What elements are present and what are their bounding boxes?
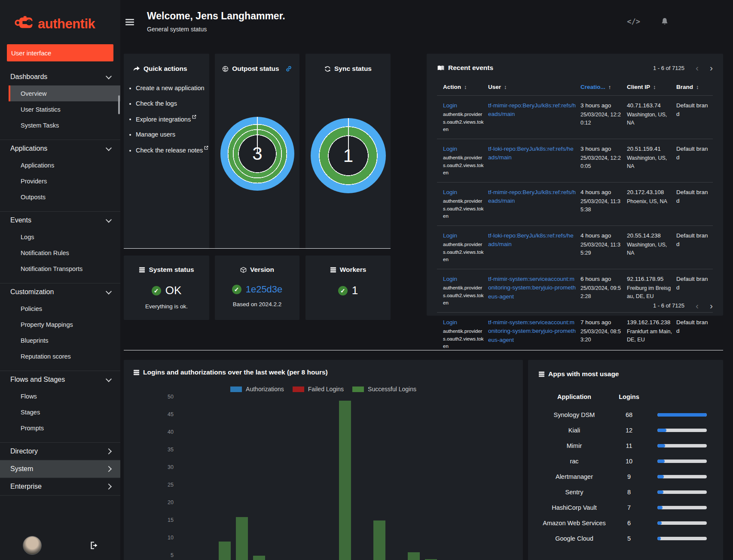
event-action-link[interactable]: Login <box>443 102 457 109</box>
event-time-relative: 4 hours ago <box>580 232 611 239</box>
quick-action-manage-users[interactable]: Manage users <box>136 130 209 140</box>
event-user-link[interactable]: tf-mimir-repo:BeryJu/k8s:ref:refs/heads/… <box>488 102 576 117</box>
link-icon[interactable] <box>285 65 292 72</box>
section-divider <box>124 248 391 249</box>
sidebar-item-blueprints[interactable]: Blueprints <box>0 332 120 348</box>
sidebar-item-reputation-scores[interactable]: Reputation scores <box>0 348 120 364</box>
nav-header-applications[interactable]: Applications <box>0 140 120 157</box>
sidebar-item-outposts[interactable]: Outposts <box>0 189 120 205</box>
system-status-title: System status <box>124 256 209 274</box>
sidebar-scrollbar-thumb[interactable] <box>118 95 120 114</box>
pagination-prev-icon[interactable]: ‹ <box>696 303 699 309</box>
quick-action-create-application[interactable]: Create a new application <box>136 84 209 93</box>
nav-section-dashboards: Dashboards Overview User Statistics Syst… <box>0 68 120 140</box>
workers-card: Workers ✓ 1 <box>305 256 391 320</box>
external-link-icon <box>204 146 208 150</box>
sidebar-item-overview[interactable]: Overview <box>9 85 120 101</box>
chart-plot-area: 5045403530252015105 <box>124 360 523 560</box>
quick-action-check-logs[interactable]: Check the logs <box>136 99 209 109</box>
app-logins: 5 <box>612 531 646 546</box>
hamburger-menu-icon[interactable] <box>125 19 134 27</box>
event-user-link[interactable]: tf-loki-repo:BeryJu/k8s:ref:refs/heads/m… <box>488 146 574 161</box>
workers-title: Workers <box>305 256 391 274</box>
app-logins: 12 <box>612 423 646 438</box>
sidebar-item-flows[interactable]: Flows <box>0 388 120 404</box>
recent-events-table: Action↕ User↕ Creatio...↑ Client IP↕ Bra… <box>427 79 723 356</box>
system-status-card: System status ✓ OK Everything is ok. <box>124 256 209 320</box>
sidebar-item-applications[interactable]: Applications <box>0 157 120 173</box>
app-logins: 68 <box>612 407 646 423</box>
nav-section-applications: Applications Applications Providers Outp… <box>0 140 120 212</box>
event-user-link[interactable]: tf-mimir-system:serviceaccount:monitorin… <box>488 276 576 300</box>
notification-bell-icon[interactable] <box>661 18 669 26</box>
sidebar-item-policies[interactable]: Policies <box>0 301 120 317</box>
app-name: Google Cloud <box>537 531 612 546</box>
nav-header-directory[interactable]: Directory <box>0 443 120 460</box>
sidebar-item-system-tasks[interactable]: System Tasks <box>0 117 120 133</box>
event-action-link[interactable]: Login <box>443 232 457 239</box>
sidebar-item-property-mappings[interactable]: Property Mappings <box>0 317 120 332</box>
sidebar-item-logs[interactable]: Logs <box>0 229 120 245</box>
event-user-link[interactable]: tf-mimir-system:serviceaccount:monitorin… <box>488 319 576 343</box>
outpost-status-card: Outpost status 3 <box>215 54 299 249</box>
sidebar-item-notification-transports[interactable]: Notification Transports <box>0 261 120 277</box>
workers-value-row: ✓ 1 <box>305 284 391 297</box>
sidebar-item-user-statistics[interactable]: User Statistics <box>0 101 120 117</box>
sidebar-item-prompts[interactable]: Prompts <box>0 420 120 436</box>
event-action-link[interactable]: Login <box>443 146 457 152</box>
nav-header-enterprise[interactable]: Enterprise <box>0 478 120 495</box>
chevron-down-icon <box>106 289 112 295</box>
pagination-next-icon[interactable]: › <box>710 303 713 309</box>
successful-logins-bar <box>253 556 265 560</box>
sidebar-item-notification-rules[interactable]: Notification Rules <box>0 245 120 261</box>
pagination-next-icon[interactable]: › <box>710 65 713 71</box>
nav-header-flows-and-stages[interactable]: Flows and Stages <box>0 371 120 388</box>
column-header-user[interactable]: User↕ <box>488 79 580 95</box>
nav-section-customization: Customization Policies Property Mappings… <box>0 283 120 371</box>
avatar[interactable] <box>23 536 42 555</box>
quick-action-explore-integrations[interactable]: Explore integrations <box>136 115 209 125</box>
api-code-icon[interactable]: </> <box>627 17 640 26</box>
event-action-link[interactable]: Login <box>443 189 457 195</box>
sort-icon: ↕ <box>653 84 656 90</box>
package-cube-icon <box>240 267 247 273</box>
column-header-application: Application <box>537 389 612 407</box>
app-logins: 7 <box>612 500 646 515</box>
y-axis-tick-label: 35 <box>161 447 174 453</box>
event-action-link[interactable]: Login <box>443 319 457 326</box>
chevron-right-icon <box>106 448 112 454</box>
event-brand: Default brand <box>676 146 708 161</box>
column-header-creation[interactable]: Creatio...↑ <box>580 79 627 95</box>
event-brand: Default brand <box>676 102 708 117</box>
nav-header-customization[interactable]: Customization <box>0 283 120 301</box>
quick-action-release-notes[interactable]: Check the release notes <box>136 146 209 155</box>
usage-bar <box>657 521 707 525</box>
nav-header-events[interactable]: Events <box>0 212 120 229</box>
version-title: Version <box>215 256 299 274</box>
quick-actions-title: Quick actions <box>124 54 209 73</box>
user-interface-button[interactable]: User interface <box>7 44 113 61</box>
column-header-client-ip[interactable]: Client IP↕ <box>627 79 676 95</box>
column-header-brand[interactable]: Brand↕ <box>676 79 713 95</box>
version-value-link[interactable]: 1e25d3e <box>246 284 283 295</box>
nav-header-system[interactable]: System <box>0 460 120 478</box>
event-time-absolute: 25/03/2024, 11:35:29 <box>580 241 623 257</box>
event-context: authentik.providers.oauth2.views.token <box>443 241 484 263</box>
sync-refresh-icon <box>324 66 331 72</box>
event-user-link[interactable]: tf-loki-repo:BeryJu/k8s:ref:refs/heads/m… <box>488 232 574 247</box>
pagination-prev-icon[interactable]: ‹ <box>696 65 699 71</box>
column-header-action[interactable]: Action↕ <box>437 79 488 95</box>
nav-header-dashboards[interactable]: Dashboards <box>0 68 120 85</box>
sidebar-item-providers[interactable]: Providers <box>0 173 120 189</box>
authentik-logo: authentik <box>0 0 120 44</box>
outpost-status-title: Outpost status <box>215 54 299 73</box>
event-ip: 139.162.176.238 <box>627 319 670 326</box>
usage-bar <box>657 413 707 417</box>
event-time-relative: 7 hours ago <box>580 319 611 326</box>
y-axis-tick-label: 15 <box>161 517 174 523</box>
event-action-link[interactable]: Login <box>443 276 457 282</box>
sidebar-item-stages[interactable]: Stages <box>0 404 120 420</box>
apps-usage-table: Application Logins Synology DSM 68 Kiali… <box>528 389 723 546</box>
logout-icon[interactable] <box>90 541 99 550</box>
event-user-link[interactable]: tf-mimir-repo:BeryJu/k8s:ref:refs/heads/… <box>488 189 576 204</box>
